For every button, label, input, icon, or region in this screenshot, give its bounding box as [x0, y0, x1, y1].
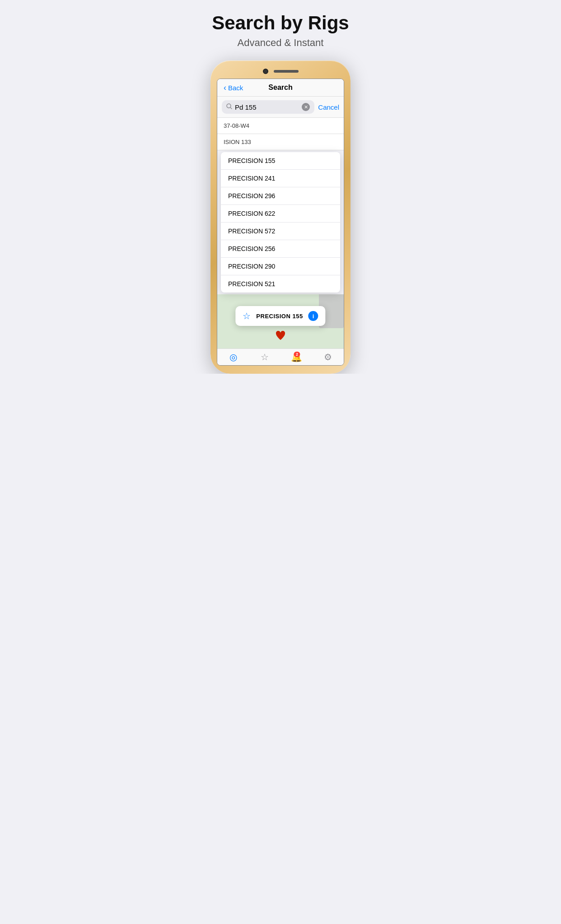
rig-result-card: ☆ PRECISION 155 i: [235, 306, 325, 326]
nav-back-button[interactable]: ‹ Back: [224, 84, 243, 92]
tab-favorites-icon: ☆: [261, 352, 269, 362]
back-chevron-icon: ‹: [224, 84, 226, 92]
content-area: 37-08-W4 ISION 133: [217, 118, 344, 150]
phone-frame: ‹ Back Search Pd 155 ✕ Canc: [210, 60, 351, 374]
rig-name-label: PRECISION 155: [256, 313, 303, 320]
svg-line-1: [230, 107, 232, 109]
tab-badge: 2: [294, 352, 300, 357]
behind-row-1-text: 37-08-W4: [224, 122, 249, 129]
suggestion-item-5[interactable]: PRECISION 256: [221, 240, 340, 258]
phone-speaker: [274, 70, 299, 73]
nav-bar: ‹ Back Search: [217, 79, 344, 97]
search-bar-container: Pd 155 ✕ Cancel: [217, 97, 344, 118]
tab-home-icon: ◎: [229, 352, 237, 362]
phone-screen: ‹ Back Search Pd 155 ✕ Canc: [217, 79, 344, 366]
suggestions-dropdown: PRECISION 155 PRECISION 241 PRECISION 29…: [221, 152, 340, 293]
map-marker: [275, 330, 286, 344]
nav-title: Search: [268, 84, 292, 92]
behind-row-1: 37-08-W4: [217, 118, 344, 134]
behind-row-2: ISION 133: [217, 134, 344, 150]
search-input-wrapper[interactable]: Pd 155 ✕: [222, 100, 314, 114]
page-title: Search by Rigs: [196, 13, 365, 33]
suggestion-item-6[interactable]: PRECISION 290: [221, 258, 340, 275]
clear-button[interactable]: ✕: [302, 103, 310, 111]
phone-wrapper: ‹ Back Search Pd 155 ✕ Canc: [187, 56, 374, 374]
tab-settings-icon: ⚙: [324, 352, 332, 362]
phone-top-bar: [217, 69, 344, 74]
suggestion-item-7[interactable]: PRECISION 521: [221, 275, 340, 293]
suggestion-item-3[interactable]: PRECISION 622: [221, 205, 340, 223]
phone-camera: [263, 69, 268, 74]
tab-bar: ◎ ☆ 🔔 2 ⚙: [217, 348, 344, 365]
tab-item-2[interactable]: 🔔 2: [280, 352, 312, 362]
page-header: Search by Rigs Advanced & Instant: [187, 0, 374, 56]
search-icon: [226, 103, 232, 111]
page-subtitle: Advanced & Instant: [196, 37, 365, 49]
tab-item-0[interactable]: ◎: [217, 352, 249, 362]
behind-row-2-text: ISION 133: [224, 139, 251, 145]
tab-item-3[interactable]: ⚙: [312, 352, 344, 362]
suggestion-item-1[interactable]: PRECISION 241: [221, 170, 340, 187]
suggestion-item-4[interactable]: PRECISION 572: [221, 223, 340, 240]
cancel-button[interactable]: Cancel: [318, 103, 339, 111]
map-area: ☆ PRECISION 155 i: [217, 294, 344, 348]
tab-item-1[interactable]: ☆: [249, 352, 280, 362]
nav-back-label: Back: [228, 84, 243, 92]
rig-favorite-icon[interactable]: ☆: [243, 311, 251, 321]
suggestion-item-0[interactable]: PRECISION 155: [221, 152, 340, 170]
rig-info-button[interactable]: i: [309, 311, 318, 321]
search-input[interactable]: Pd 155: [235, 103, 299, 111]
suggestion-item-2[interactable]: PRECISION 296: [221, 187, 340, 205]
